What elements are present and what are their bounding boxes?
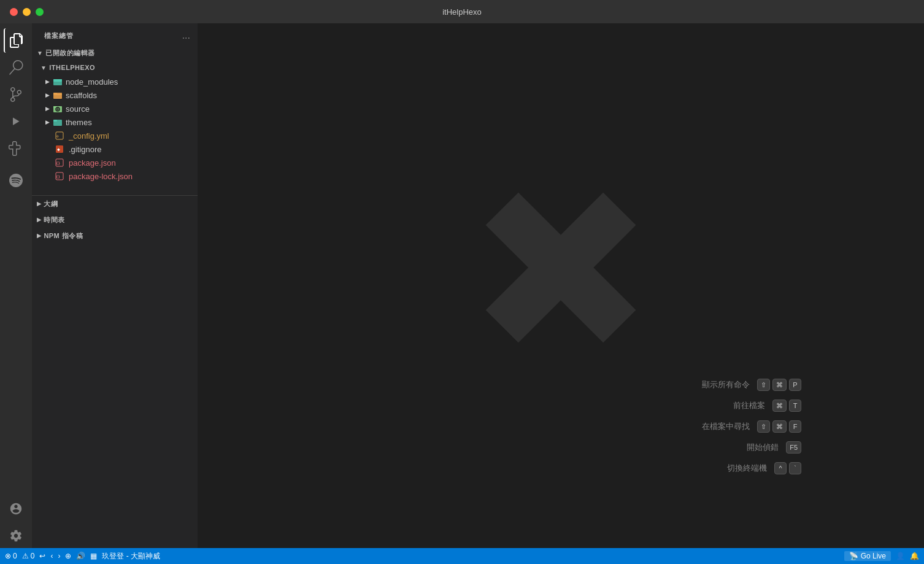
key-shift2: ⇧ [757, 420, 770, 433]
statusbar-layout[interactable]: ▦ [90, 552, 97, 560]
scaffolds-chevron [45, 92, 50, 98]
tree-item-config-yml[interactable]: ⚙ _config.yml [32, 129, 198, 142]
statusbar-errors[interactable]: ⊗ 0 [5, 552, 17, 560]
vscode-logo [475, 182, 647, 353]
themes-chevron [45, 119, 50, 125]
activity-spotify[interactable] [4, 168, 28, 193]
svg-text:{}: {} [56, 174, 61, 179]
outline-section[interactable]: 大綱 [32, 196, 198, 212]
sidebar-header: 檔案總管 ... [32, 23, 198, 45]
shortcut-debug: 開始偵錯 F5 [702, 441, 801, 454]
shortcut-goto-file: 前往檔案 ⌘ T [702, 400, 801, 412]
config-yml-icon: ⚙ [54, 130, 65, 141]
timeline-chevron [37, 217, 41, 223]
project-root[interactable]: ITHELPHEXO [32, 60, 198, 75]
activity-account[interactable] [4, 496, 28, 521]
node-modules-chevron [45, 79, 50, 85]
activity-explorer[interactable] [4, 28, 28, 53]
antenna-icon: 📡 [849, 552, 858, 560]
statusbar-sync[interactable]: ↩ [39, 552, 45, 560]
sidebar-title: 檔案總管 [44, 31, 74, 41]
project-chevron [40, 64, 47, 71]
sidebar-more-button[interactable]: ... [182, 30, 190, 41]
timeline-section[interactable]: 時間表 [32, 212, 198, 228]
activity-search[interactable] [4, 55, 28, 80]
shortcut-find-in-files: 在檔案中尋找 ⇧ ⌘ F [702, 420, 801, 433]
timeline-label: 時間表 [44, 215, 64, 225]
statusbar-next[interactable]: › [58, 552, 60, 560]
app-container: 檔案總管 ... 已開啟的編輯器 ITHELPHEXO node_modules [0, 23, 924, 548]
npm-section[interactable]: NPM 指令稿 [32, 228, 198, 244]
scaffolds-label: scaffolds [66, 91, 97, 100]
file-tree: 已開啟的編輯器 ITHELPHEXO node_modules [32, 45, 198, 548]
themes-icon [52, 117, 63, 128]
maximize-button[interactable] [36, 8, 44, 16]
shortcut-goto-file-keys: ⌘ T [772, 400, 801, 412]
go-live-label: Go Live [861, 552, 886, 560]
statusbar: ⊗ 0 ⚠ 0 ↩ ‹ › ⊕ 🔊 ▦ 玖登登 - 大顯神威 📡 Go Live… [0, 548, 924, 564]
activity-bar [0, 23, 32, 548]
key-p: P [789, 379, 801, 391]
key-cmd3: ⌘ [772, 420, 787, 433]
open-editors-label: 已開啟的編輯器 [45, 48, 94, 58]
close-button[interactable] [10, 8, 18, 16]
statusbar-prev[interactable]: ‹ [50, 552, 53, 560]
statusbar-warnings[interactable]: ⚠ 0 [22, 552, 35, 560]
tree-item-gitignore[interactable]: ◆ .gitignore [32, 142, 198, 156]
activity-run[interactable] [4, 109, 28, 134]
svg-rect-3 [53, 93, 57, 95]
activity-extensions[interactable] [4, 136, 28, 161]
shortcut-show-commands-keys: ⇧ ⌘ P [757, 379, 801, 391]
statusbar-audio[interactable]: 🔊 [76, 552, 85, 560]
shortcut-goto-file-label: 前往檔案 [733, 400, 765, 411]
package-json-label: package.json [69, 158, 116, 168]
statusbar-accounts[interactable]: 👤 [896, 552, 905, 560]
svg-text:◆: ◆ [57, 147, 60, 152]
statusbar-add[interactable]: ⊕ [65, 552, 71, 560]
sidebar: 檔案總管 ... 已開啟的編輯器 ITHELPHEXO node_modules [32, 23, 198, 548]
svg-text:{}: {} [56, 161, 61, 165]
tree-item-source[interactable]: source [32, 102, 198, 115]
warning-icon: ⚠ [22, 552, 29, 560]
minimize-button[interactable] [23, 8, 31, 16]
package-lock-json-label: package-lock.json [69, 172, 133, 181]
shortcut-terminal: 切換終端機 ^ ` [702, 462, 801, 474]
shortcut-debug-keys: F5 [786, 441, 801, 454]
svg-rect-1 [53, 79, 62, 82]
statusbar-song[interactable]: 玖登登 - 大顯神威 [102, 551, 160, 562]
statusbar-left: ⊗ 0 ⚠ 0 ↩ ‹ › ⊕ 🔊 ▦ 玖登登 - 大顯神威 [5, 551, 160, 562]
open-editors-chevron [37, 50, 43, 56]
themes-label: themes [66, 118, 92, 127]
window-controls[interactable] [10, 8, 44, 16]
npm-label: NPM 指令稿 [44, 231, 83, 241]
npm-chevron [37, 233, 41, 239]
tree-item-node-modules[interactable]: node_modules [32, 75, 198, 88]
tree-item-scaffolds[interactable]: scaffolds [32, 88, 198, 102]
statusbar-notifications[interactable]: 🔔 [910, 552, 919, 560]
node-modules-icon [52, 76, 63, 87]
key-ctrl: ^ [774, 462, 787, 474]
shortcut-find-keys: ⇧ ⌘ F [757, 420, 801, 433]
activity-source-control[interactable] [4, 82, 28, 107]
source-chevron [45, 106, 50, 112]
gitignore-icon: ◆ [54, 144, 65, 155]
shortcut-terminal-label: 切換終端機 [727, 463, 767, 474]
error-icon: ⊗ [5, 552, 11, 560]
project-name: ITHELPHEXO [49, 64, 95, 71]
shortcuts-panel: 顯示所有命令 ⇧ ⌘ P 前往檔案 ⌘ T 在檔案中尋找 ⇧ [702, 379, 801, 474]
tree-item-themes[interactable]: themes [32, 115, 198, 129]
tree-item-package-lock-json[interactable]: {} package-lock.json [32, 169, 198, 183]
key-backtick: ` [789, 462, 801, 474]
activity-settings[interactable] [4, 523, 28, 548]
open-editors-section[interactable]: 已開啟的編輯器 [32, 45, 198, 60]
scaffolds-icon [52, 90, 63, 101]
go-live-button[interactable]: 📡 Go Live [844, 551, 891, 561]
tree-bottom-sections: 大綱 時間表 NPM 指令稿 [32, 195, 198, 244]
tree-item-package-json[interactable]: {} package.json [32, 156, 198, 169]
statusbar-right: 📡 Go Live 👤 🔔 [844, 551, 919, 561]
key-shift: ⇧ [757, 379, 770, 391]
source-icon [52, 103, 63, 114]
shortcut-terminal-keys: ^ ` [774, 462, 801, 474]
gitignore-label: .gitignore [69, 145, 101, 154]
svg-rect-8 [53, 120, 57, 122]
